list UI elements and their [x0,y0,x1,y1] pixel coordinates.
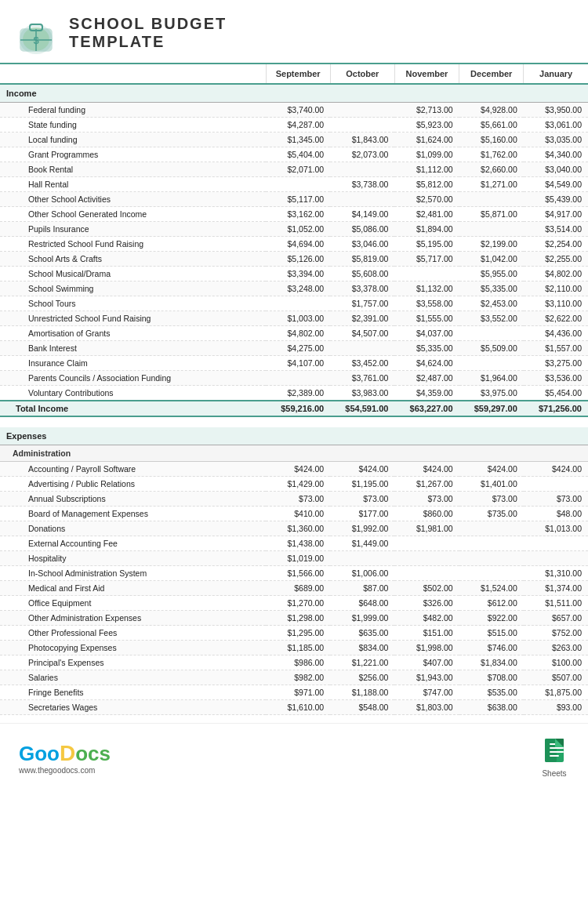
table-row: State funding $4,287.00 $5,923.00 $5,661… [0,118,588,133]
section-label: Expenses [0,427,588,445]
row-oct: $1,221.00 [330,656,394,670]
row-dec: $638.00 [459,700,524,715]
row-nov: $151.00 [394,626,459,641]
row-dec: $746.00 [459,641,524,656]
header: $ SCHOOL BUDGET TEMPLATE [0,0,588,64]
row-nov: $326.00 [394,596,459,611]
row-sep: $424.00 [266,462,330,477]
row-label: Photocopying Expenses [0,641,266,656]
svg-rect-8 [545,739,557,762]
row-jan: $73.00 [524,492,588,507]
row-dec [459,326,524,341]
row-nov: $73.00 [394,492,459,507]
table-row: Advertising / Public Relations $1,429.00… [0,477,588,492]
row-dec [459,356,524,371]
footer: Goo D ocs www.thegoodocs.com Sheets [0,723,588,787]
row-jan: $5,439.00 [524,192,588,207]
row-oct: $3,983.00 [330,386,394,401]
table-row: School Tours $1,757.00 $3,558.00 $2,453.… [0,296,588,311]
row-sep: $971.00 [266,685,330,700]
row-jan: $3,035.00 [524,133,588,147]
col-header-october: October [330,64,394,84]
svg-rect-12 [550,755,559,757]
table-row: School Swimming $3,248.00 $3,378.00 $1,1… [0,281,588,296]
row-nov: $1,112.00 [394,162,459,177]
row-sep: $73.00 [266,492,330,507]
sheets-label: Sheets [542,769,566,778]
row-label: Book Rental [0,162,266,177]
table-row: Federal funding $3,740.00 $2,713.00 $4,9… [0,103,588,118]
row-dec: $1,401.00 [459,477,524,492]
row-dec: $1,762.00 [459,147,524,162]
row-sep: $1,052.00 [266,222,330,237]
row-jan: $4,436.00 [524,326,588,341]
row-dec: $735.00 [459,507,524,521]
table-row: Other Professional Fees $1,295.00 $635.0… [0,626,588,641]
row-sep: $5,126.00 [266,252,330,267]
row-label: Voluntary Contributions [0,386,266,401]
row-jan: $507.00 [524,670,588,685]
row-jan: $93.00 [524,700,588,715]
row-nov [394,267,459,281]
row-dec: $535.00 [459,685,524,700]
table-row: Insurance Claim $4,107.00 $3,452.00 $4,6… [0,356,588,371]
row-oct: $5,086.00 [330,222,394,237]
row-sep: $1,438.00 [266,536,330,551]
svg-text:$: $ [33,34,39,46]
row-jan: $3,514.00 [524,222,588,237]
row-jan: $2,254.00 [524,237,588,252]
row-jan: $4,802.00 [524,267,588,281]
row-nov: $2,487.00 [394,371,459,386]
row-nov [394,536,459,551]
row-jan: $1,875.00 [524,685,588,700]
row-sep: $4,802.00 [266,326,330,341]
row-sep: $1,429.00 [266,477,330,492]
row-oct [330,341,394,356]
table-row: Pupils Insurance $1,052.00 $5,086.00 $1,… [0,222,588,237]
row-oct: $1,006.00 [330,566,394,581]
row-oct: $3,046.00 [330,237,394,252]
row-dec: $2,199.00 [459,237,524,252]
row-label: Hospitality [0,551,266,566]
income-section-header: Income [0,84,588,103]
budget-table: September October November December Janu… [0,64,588,715]
table-row: Secretaries Wages $1,610.00 $548.00 $1,8… [0,700,588,715]
label-header [0,64,266,84]
row-label: Unrestricted School Fund Raising [0,311,266,326]
col-header-january: January [524,64,588,84]
row-oct: $73.00 [330,492,394,507]
row-dec [459,536,524,551]
row-dec: $3,552.00 [459,311,524,326]
row-jan: $71,256.00 [524,401,588,416]
row-sep: $1,270.00 [266,596,330,611]
table-row: Other Administration Expenses $1,298.00 … [0,611,588,626]
table-row: Annual Subscriptions $73.00 $73.00 $73.0… [0,492,588,507]
table-row: Principal's Expenses $986.00 $1,221.00 $… [0,656,588,670]
budget-icon: $ [13,9,60,56]
table-row: Unrestricted School Fund Raising $1,003.… [0,311,588,326]
row-jan [524,477,588,492]
brand-url: www.thegoodocs.com [19,766,111,775]
brand-ocs: ocs [75,742,111,766]
row-oct: $256.00 [330,670,394,685]
row-label: In-School Administration System [0,566,266,581]
row-dec: $612.00 [459,596,524,611]
row-jan: $3,061.00 [524,118,588,133]
row-nov: $1,998.00 [394,641,459,656]
table-row: Restricted School Fund Raising $4,694.00… [0,237,588,252]
row-oct: $4,507.00 [330,326,394,341]
row-label: Amortisation of Grants [0,326,266,341]
row-nov: $4,359.00 [394,386,459,401]
row-nov: $5,812.00 [394,177,459,192]
row-jan: $424.00 [524,462,588,477]
row-nov: $502.00 [394,581,459,596]
row-label: Bank Interest [0,341,266,356]
svg-rect-10 [550,747,564,749]
row-dec: $1,042.00 [459,252,524,267]
row-label: External Accounting Fee [0,536,266,551]
row-oct [330,551,394,566]
row-nov: $5,195.00 [394,237,459,252]
row-dec: $1,964.00 [459,371,524,386]
row-oct: $3,452.00 [330,356,394,371]
row-sep: $1,298.00 [266,611,330,626]
